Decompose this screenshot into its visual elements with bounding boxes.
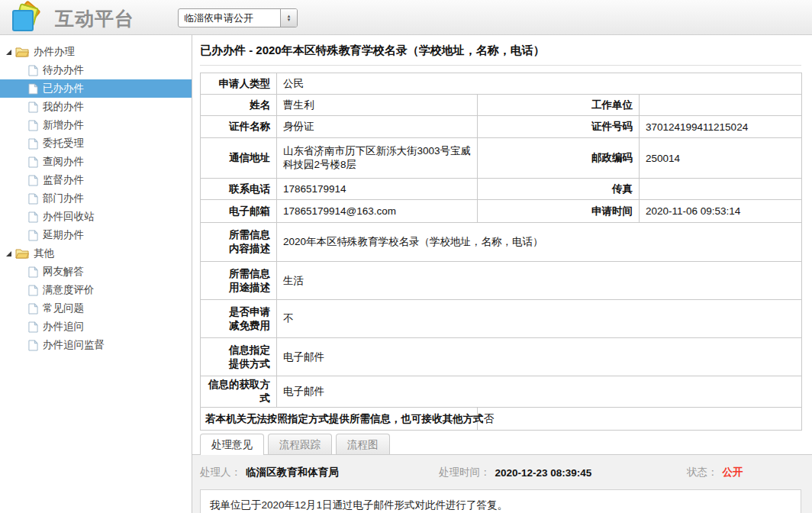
sidebar-item-huishouzhan[interactable]: 办件回收站 <box>0 208 192 226</box>
table-row: 信息的获取方式 电子邮件 <box>201 376 802 408</box>
tab-process-opinion[interactable]: 处理意见 <box>200 434 264 455</box>
field-label: 若本机关无法按照指定方式提供所需信息，也可接收其他方式 <box>201 408 478 431</box>
select-stepper-icon[interactable]: ▲▼ <box>280 9 297 27</box>
field-value: 2020年本区特殊教育学校名录（学校地址，名称，电话） <box>277 223 802 262</box>
field-label: 通信地址 <box>201 138 277 179</box>
file-icon <box>28 266 38 278</box>
sidebar-item-yiban[interactable]: 已办办件 <box>0 79 192 98</box>
site-select-value: 临淄依申请公开 <box>179 11 280 25</box>
table-row: 电子邮箱 17865179914@163.com 申请时间 2020-11-06… <box>201 200 802 223</box>
process-opinion-panel: 处理人： 临淄区教育和体育局 处理时间： 2020-12-23 08:39:45… <box>192 454 812 513</box>
process-time-value: 2020-12-23 08:39:45 <box>495 467 592 479</box>
app-title: 互动平台 <box>55 6 134 31</box>
main-area: 已办办件 - 2020年本区特殊教育学校名录（学校地址，名称，电话） 申请人类型… <box>192 35 812 513</box>
sidebar-tree: 办件办理 待办办件 已办办件 我的办件 新增办件 委托受理 <box>0 35 192 513</box>
file-icon <box>28 138 38 150</box>
field-label: 证件号码 <box>478 116 640 138</box>
field-value: 否 <box>478 408 802 431</box>
page-title: 已办办件 - 2020年本区特殊教育学校名录（学校地址，名称，电话） <box>200 44 801 58</box>
sidebar-item-daiban[interactable]: 待办办件 <box>0 61 192 79</box>
file-icon <box>28 340 38 351</box>
file-icon <box>28 285 38 296</box>
app-header: 互动平台 临淄依申请公开 ▲▼ <box>0 0 812 35</box>
folder-icon <box>15 248 29 259</box>
file-icon <box>28 303 38 315</box>
table-row: 是否申请 减免费用 不 <box>201 300 802 338</box>
tab-flow-track[interactable]: 流程跟踪 <box>268 434 332 454</box>
field-label: 信息指定 提供方式 <box>201 338 277 376</box>
field-value: 17865179914@163.com <box>277 200 478 223</box>
file-icon <box>28 102 38 113</box>
field-label: 信息的获取方式 <box>201 376 277 408</box>
sidebar-item-wangyou[interactable]: 网友解答 <box>0 263 192 281</box>
field-value <box>640 179 802 200</box>
field-value: 2020-11-06 09:53:14 <box>640 200 802 223</box>
status-badge: 公开 <box>723 466 743 479</box>
field-label: 所需信息 用途描述 <box>201 262 277 300</box>
site-select[interactable]: 临淄依申请公开 ▲▼ <box>178 8 298 27</box>
sidebar-item-xinzeng[interactable]: 新增办件 <box>0 116 192 134</box>
sidebar-item-chayue[interactable]: 查阅办件 <box>0 153 192 171</box>
field-label: 是否申请 减免费用 <box>201 300 277 338</box>
table-row: 证件名称 身份证 证件号码 370124199411215024 <box>201 116 802 138</box>
table-row: 若本机关无法按照指定方式提供所需信息，也可接收其他方式 否 <box>201 408 802 431</box>
field-label: 申请人类型 <box>201 73 277 95</box>
field-value: 370124199411215024 <box>640 116 802 138</box>
field-label: 姓名 <box>201 95 277 116</box>
field-value: 17865179914 <box>277 179 478 200</box>
field-label: 邮政编码 <box>478 138 640 179</box>
field-value <box>640 95 802 116</box>
tab-flow-chart[interactable]: 流程图 <box>336 434 390 454</box>
file-icon <box>28 65 38 76</box>
file-icon <box>28 230 38 241</box>
file-icon <box>28 193 38 205</box>
sidebar-item-manyidu[interactable]: 满意度评价 <box>0 281 192 299</box>
file-icon <box>28 120 38 131</box>
tab-bar: 处理意见 流程跟踪 流程图 <box>200 434 801 454</box>
field-label: 传真 <box>478 179 640 200</box>
sidebar-item-zhuiwen-jiandu[interactable]: 办件追问监督 <box>0 336 192 354</box>
file-icon <box>28 211 38 223</box>
sidebar-group-qita[interactable]: 其他 <box>0 244 192 263</box>
field-label: 工作单位 <box>478 95 640 116</box>
field-value: 不 <box>277 300 802 338</box>
table-row: 联系电话 17865179914 传真 <box>201 179 802 200</box>
field-value: 电子邮件 <box>277 338 802 376</box>
sidebar-item-wode[interactable]: 我的办件 <box>0 98 192 116</box>
sidebar-item-weituo[interactable]: 委托受理 <box>0 134 192 153</box>
app-window: 互动平台 临淄依申请公开 ▲▼ 办件办理 待办办件 已办办件 <box>0 0 812 513</box>
sidebar-item-bumen[interactable]: 部门办件 <box>0 189 192 208</box>
field-label: 申请时间 <box>478 200 640 223</box>
sidebar-item-changjian[interactable]: 常见问题 <box>0 299 192 318</box>
tree-expand-icon[interactable] <box>6 50 11 55</box>
sidebar-group-banjian[interactable]: 办件办理 <box>0 43 192 61</box>
handler-value: 临淄区教育和体育局 <box>246 466 339 479</box>
status-label: 状态： <box>687 466 718 479</box>
field-value: 生活 <box>277 262 802 300</box>
table-row: 申请人类型 公民 <box>201 73 802 95</box>
field-label: 所需信息 内容描述 <box>201 223 277 262</box>
table-row: 通信地址 山东省济南市历下区新泺大街3003号宝威科技园2号楼8层 邮政编码 2… <box>201 138 802 179</box>
process-time-label: 处理时间： <box>439 466 491 479</box>
file-icon <box>28 156 38 168</box>
table-row: 所需信息 用途描述 生活 <box>201 262 802 300</box>
app-logo-icon <box>11 2 43 34</box>
table-row: 信息指定 提供方式 电子邮件 <box>201 338 802 376</box>
file-icon <box>28 321 38 333</box>
sidebar-item-jiandu[interactable]: 监督办件 <box>0 171 192 189</box>
field-label: 联系电话 <box>201 179 277 200</box>
tree-expand-icon[interactable] <box>6 251 11 256</box>
reply-text: 我单位已于2020年12月1日通过电子邮件形式对此件进行了答复。 <box>200 489 801 513</box>
folder-icon <box>15 47 29 57</box>
sidebar-item-yanqi[interactable]: 延期办件 <box>0 226 192 244</box>
field-label: 电子邮箱 <box>201 200 277 223</box>
table-row: 姓名 曹生利 工作单位 <box>201 95 802 116</box>
title-divider <box>200 65 801 66</box>
field-value: 曹生利 <box>277 95 478 116</box>
field-label: 证件名称 <box>201 116 277 138</box>
field-value: 山东省济南市历下区新泺大街3003号宝威科技园2号楼8层 <box>277 138 478 179</box>
handler-label: 处理人： <box>200 466 241 479</box>
sidebar-item-zhuiwen[interactable]: 办件追问 <box>0 318 192 336</box>
file-icon <box>28 175 38 186</box>
file-icon <box>28 83 38 95</box>
